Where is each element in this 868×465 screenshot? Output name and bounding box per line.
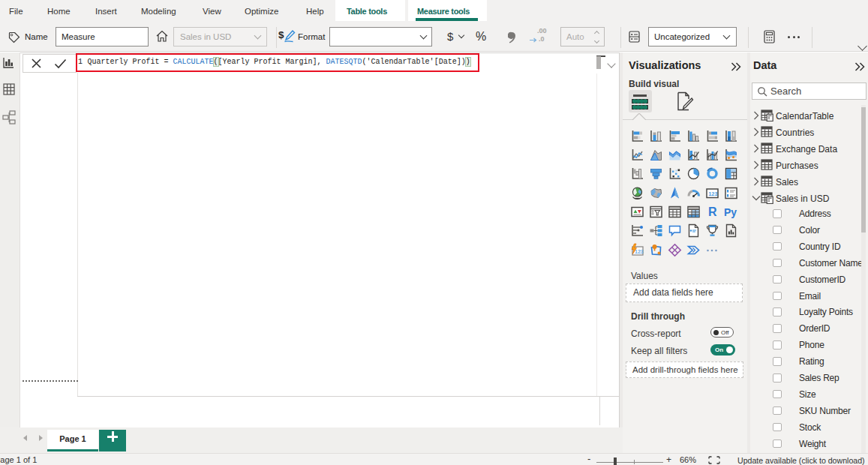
svg-text:Py: Py xyxy=(724,206,737,218)
svg-text:123: 123 xyxy=(708,190,718,197)
svg-text:123: 123 xyxy=(635,249,644,254)
svg-text:R: R xyxy=(708,206,717,218)
